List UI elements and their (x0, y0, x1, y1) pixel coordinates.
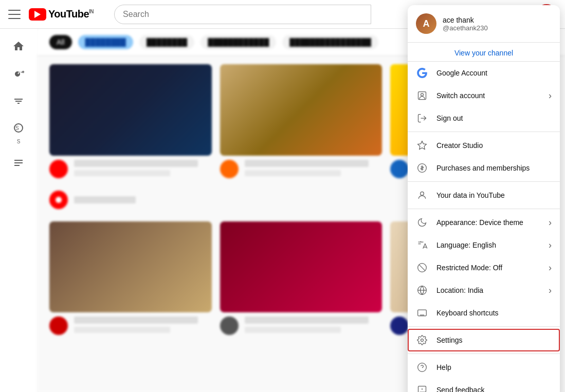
location-icon (416, 284, 428, 296)
channel-avatar-3 (390, 160, 409, 178)
chip-all[interactable]: All (49, 35, 72, 49)
menu-divider-5 (408, 353, 560, 354)
sidebar-item-library[interactable]: S S (0, 117, 37, 150)
sidebar-item-history[interactable] (0, 152, 37, 177)
svg-text:S: S (15, 125, 19, 131)
video-info-5 (220, 316, 382, 335)
video-meta-5 (245, 316, 382, 335)
video-card-4[interactable] (49, 221, 212, 335)
view-channel-link[interactable]: View your channel (416, 49, 552, 57)
chevron-restricted: › (549, 263, 552, 273)
video-card-2[interactable] (220, 64, 382, 178)
dropdown-handle: @acethank230 (443, 24, 552, 32)
menu-item-appearance[interactable]: Appearance: Device theme › (408, 211, 560, 234)
sidebar-item-home[interactable] (0, 35, 37, 60)
svg-point-15 (421, 339, 424, 342)
chip-1[interactable]: ████████ (78, 35, 133, 49)
sub-channel-name (74, 196, 136, 203)
sidebar: S S (0, 29, 37, 392)
youtube-logo[interactable]: YouTubeIN (29, 8, 94, 21)
video-info-1 (49, 160, 212, 178)
video-title-5 (245, 316, 369, 324)
hamburger-menu[interactable] (8, 8, 21, 21)
menu-divider-2 (408, 181, 560, 182)
menu-item-restricted[interactable]: Restricted Mode: Off › (408, 256, 560, 279)
channel-avatar-6 (390, 316, 409, 335)
appearance-icon (416, 216, 428, 229)
video-card-5[interactable] (220, 221, 382, 335)
your-data-icon (416, 189, 428, 201)
video-info-2 (220, 160, 382, 178)
menu-divider-1 (408, 132, 560, 132)
menu-label-appearance: Appearance: Device theme (436, 218, 540, 227)
menu-label-language: Language: English (436, 241, 540, 249)
dropdown-user-info: ace thank @acethank230 (443, 16, 552, 32)
svg-point-16 (418, 363, 427, 372)
video-sub-1 (74, 170, 170, 176)
svg-rect-4 (14, 165, 20, 166)
video-meta-1 (74, 160, 212, 178)
svg-point-6 (421, 94, 424, 96)
menu-item-your-data[interactable]: Your data in YouTube (408, 184, 560, 207)
menu-item-purchases[interactable]: Purchases and memberships (408, 157, 560, 179)
menu-label-feedback: Send feedback (436, 386, 552, 392)
channel-avatar-1 (49, 160, 68, 178)
menu-item-switch-account[interactable]: Switch account › (408, 84, 560, 107)
menu-item-location[interactable]: Location: India › (408, 279, 560, 302)
menu-label-settings: Settings (436, 336, 552, 344)
menu-divider-4 (408, 326, 560, 327)
menu-label-switch-account: Switch account (436, 91, 540, 100)
menu-item-sign-out[interactable]: Sign out (408, 107, 560, 129)
svg-rect-2 (14, 160, 23, 161)
search-input[interactable] (114, 5, 371, 24)
chevron-location: › (549, 285, 552, 296)
menu-item-creator-studio[interactable]: Creator Studio (408, 134, 560, 157)
sign-out-icon (416, 112, 428, 124)
video-thumb-1 (49, 64, 212, 156)
sidebar-item-subscriptions[interactable] (0, 89, 37, 115)
purchases-icon (416, 162, 428, 174)
chip-2[interactable]: ████████ (139, 35, 194, 49)
settings-icon (416, 334, 428, 346)
menu-label-restricted: Restricted Mode: Off (436, 264, 540, 272)
search-bar (114, 5, 371, 24)
video-sub-5 (245, 327, 341, 333)
menu-item-keyboard[interactable]: Keyboard shortcuts (408, 302, 560, 324)
view-channel-container: View your channel (408, 49, 560, 62)
channel-avatar-2 (220, 160, 239, 178)
dropdown-menu: A ace thank @acethank230 View your chann… (408, 5, 560, 392)
menu-label-sign-out: Sign out (436, 114, 552, 122)
video-title-2 (245, 160, 369, 167)
menu-item-language[interactable]: Language: English › (408, 234, 560, 256)
video-info-4 (49, 316, 212, 335)
chip-3[interactable]: ████████████ (201, 35, 276, 49)
chip-4[interactable]: ████████████████ (282, 35, 378, 49)
chevron-appearance: › (549, 217, 552, 228)
menu-item-help[interactable]: Help (408, 356, 560, 379)
sidebar-label-s: S (17, 139, 21, 144)
video-thumb-4 (49, 221, 212, 313)
menu-label-creator-studio: Creator Studio (436, 141, 552, 150)
dropdown-avatar: A (416, 13, 436, 34)
creator-studio-icon (416, 139, 428, 152)
sub-channel-icon (49, 191, 68, 209)
menu-item-settings[interactable]: Settings (408, 329, 560, 351)
video-meta-2 (245, 160, 382, 178)
menu-label-your-data: Your data in YouTube (436, 191, 552, 199)
home-icon (12, 40, 25, 55)
video-card-1[interactable] (49, 64, 212, 178)
menu-item-google-account[interactable]: Google Account (408, 62, 560, 84)
menu-item-feedback[interactable]: Send feedback (408, 379, 560, 392)
video-sub-4 (74, 327, 170, 333)
video-meta-4 (74, 316, 212, 335)
switch-account-icon (416, 89, 428, 102)
svg-point-10 (421, 192, 424, 195)
chevron-language: › (549, 240, 552, 251)
svg-rect-3 (14, 162, 23, 163)
sidebar-item-shorts[interactable] (0, 62, 37, 87)
language-icon (416, 239, 428, 251)
google-icon (416, 67, 428, 79)
video-title-1 (74, 160, 198, 167)
menu-label-purchases: Purchases and memberships (436, 164, 552, 172)
svg-marker-8 (418, 141, 427, 150)
